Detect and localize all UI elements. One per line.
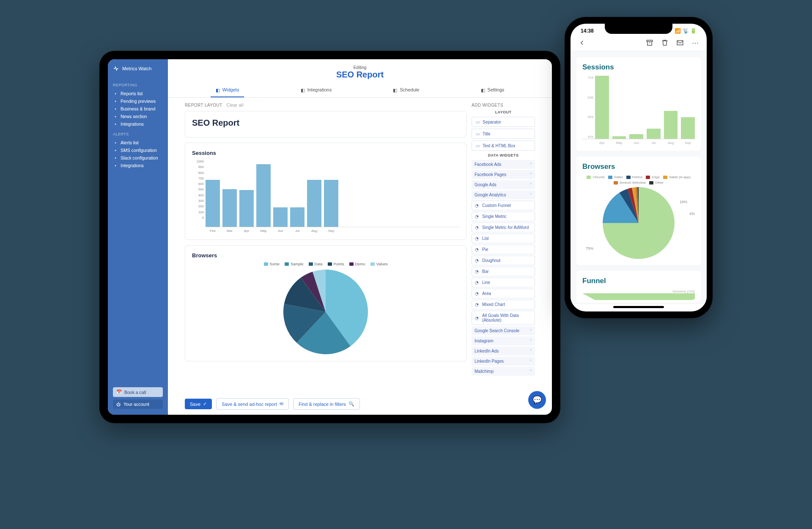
- chevron-down-icon: ˅: [530, 339, 532, 343]
- funnel-shape: [582, 293, 695, 300]
- accordion-facebook-ads[interactable]: Facebook Ads˅: [472, 160, 535, 169]
- doughnut-icon: ◔: [475, 258, 479, 263]
- tab-schedule[interactable]: ◧Schedule: [388, 83, 424, 97]
- widget-option-single-metric-for-adword[interactable]: ◔Single Metric for AdWord: [472, 223, 535, 232]
- widget-text-html-box[interactable]: ▭Text & HTML Box: [472, 141, 535, 151]
- calendar-icon: ◧: [393, 88, 398, 92]
- widget-option-custom-funnel[interactable]: ◔Custom Funnel: [472, 201, 535, 210]
- save-button[interactable]: Save ✓: [185, 399, 212, 409]
- phone-sessions-card: Sessions 719636553470 AprMayJunJulAugSep: [576, 57, 701, 151]
- phone-device: 14:38 📶 📡 🔋 ⋯ Sessions 719636553470 AprM…: [565, 17, 713, 318]
- accordion-linkedin-pages[interactable]: LinkedIn Pages˅: [472, 357, 535, 366]
- sessions-title: Sessions: [192, 150, 459, 156]
- accordion-mailchimp[interactable]: Mailchimp˅: [472, 367, 535, 376]
- sessions-bar-chart: 10009008007006005004003002001000: [192, 160, 459, 227]
- bar: [206, 180, 220, 227]
- widget-option-all-goals-with-data-absolute-[interactable]: ◔All Goals With Data (Absolute): [472, 311, 535, 325]
- trash-icon[interactable]: [661, 39, 669, 47]
- tab-settings[interactable]: ◧Settings: [476, 83, 510, 97]
- home-indicator: [613, 306, 664, 308]
- sidebar-item-sms-configuration[interactable]: •SMS configuration: [113, 146, 163, 154]
- widget-option-mixed-chart[interactable]: ◔Mixed Chart: [472, 300, 535, 309]
- sidebar-item-reports-list[interactable]: •Reports list: [113, 90, 163, 97]
- sidebar-item-news-section[interactable]: •News section: [113, 113, 163, 120]
- widget-title[interactable]: ▭Title: [472, 129, 535, 139]
- text-icon: ▭: [475, 143, 480, 148]
- report-title-card[interactable]: SEO Report: [185, 111, 466, 138]
- chart-icon: ◧: [216, 88, 220, 92]
- type-icon: ▭: [475, 131, 480, 136]
- slack-icon: •: [113, 155, 118, 160]
- widget-option-bar[interactable]: ◔Bar: [472, 267, 535, 276]
- widget-option-area[interactable]: ◔Area: [472, 289, 535, 298]
- tab-integrations[interactable]: ◧Integrations: [296, 83, 337, 97]
- save-adhoc-button[interactable]: Save & send ad-hoc report ✉: [216, 398, 289, 410]
- phone-status-icons: 📶 📡 🔋: [675, 28, 697, 34]
- more-icon[interactable]: ⋯: [691, 39, 699, 47]
- account-button[interactable]: ⏻ Your account: [113, 400, 163, 409]
- browsers-widget[interactable]: Browsers SomeSampleDataPointsDemoValues: [185, 245, 466, 361]
- widget-separator[interactable]: ▭Separator: [472, 117, 535, 127]
- tablet-device: Metrics Watch REPORTING•Reports list•Pen…: [99, 51, 560, 423]
- bar: [222, 189, 237, 227]
- chat-fab[interactable]: 💬: [528, 391, 546, 409]
- power-icon: ⏻: [116, 402, 121, 407]
- back-icon[interactable]: [578, 39, 586, 47]
- accordion-facebook-pages[interactable]: Facebook Pages˅: [472, 170, 535, 179]
- line-icon: ◔: [475, 280, 479, 285]
- accordion-linkedin-ads[interactable]: LinkedIn Ads˅: [472, 347, 535, 355]
- phone-sessions-chart: 719636553470: [582, 76, 695, 139]
- funnel-sessions-label: Sessions (143): [672, 289, 695, 293]
- accordion-google-analytics[interactable]: Google Analytics˄: [472, 190, 535, 199]
- find-replace-button[interactable]: Find & replace in filters 🔍: [293, 398, 360, 410]
- phone-browsers-pie: [603, 187, 675, 259]
- archive-icon[interactable]: [646, 39, 653, 47]
- firefox-pct: 4%: [689, 212, 695, 216]
- chevron-down-icon: ˅: [530, 183, 532, 187]
- layout-group-label: LAYOUT: [472, 110, 535, 114]
- sidebar-item-pending-previews[interactable]: •Pending previews: [113, 97, 163, 105]
- legend-item: Safari (in-app): [663, 175, 691, 179]
- app-name: Metrics Watch: [122, 66, 151, 71]
- widget-option-doughnut[interactable]: ◔Doughnut: [472, 256, 535, 265]
- widget-option-single-metric[interactable]: ◔Single Metric: [472, 212, 535, 221]
- book-call-button[interactable]: 📅 Book a call: [113, 387, 163, 397]
- phone-funnel-card: Funnel Sessions (143): [576, 271, 701, 303]
- chevron-up-icon: ˄: [530, 193, 532, 197]
- account-label: Your account: [123, 402, 149, 407]
- tab-widgets[interactable]: ◧Widgets: [211, 83, 244, 97]
- sessions-widget[interactable]: Sessions 1000900800700600500400300200100…: [185, 143, 466, 240]
- sidebar: Metrics Watch REPORTING•Reports list•Pen…: [108, 59, 168, 415]
- phone-browsers-title: Browsers: [582, 163, 695, 171]
- sidebar-item-label: Slack configuration: [121, 155, 158, 160]
- accordion-instagram[interactable]: Instagram˅: [472, 336, 535, 345]
- legend-item: Edge: [646, 175, 660, 179]
- legend-item: Demo: [349, 262, 365, 266]
- sidebar-item-slack-configuration[interactable]: •Slack configuration: [113, 154, 163, 162]
- clear-all-button[interactable]: Clear all: [227, 103, 244, 107]
- accordion-google-search-console[interactable]: Google Search Console˅: [472, 326, 535, 335]
- sidebar-item-integrations[interactable]: •Integrations: [113, 120, 163, 128]
- list-icon: •: [113, 91, 118, 96]
- widget-option-line[interactable]: ◔Line: [472, 278, 535, 287]
- bar: [290, 207, 304, 227]
- sidebar-item-label: News section: [121, 114, 147, 119]
- chat-icon: 💬: [532, 395, 542, 405]
- sidebar-item-business-brand[interactable]: •Business & brand: [113, 105, 163, 113]
- legend-item: Other: [649, 181, 664, 185]
- accordion-google-ads[interactable]: Google Ads˅: [472, 180, 535, 189]
- widget-option-list[interactable]: ◔List: [472, 234, 535, 243]
- sidebar-item-label: Business & brand: [121, 106, 155, 111]
- chrome-pct: 75%: [586, 246, 593, 251]
- phone-sessions-title: Sessions: [582, 63, 695, 72]
- sidebar-item-integrations[interactable]: •Integrations: [113, 162, 163, 169]
- mail-icon[interactable]: [676, 39, 684, 47]
- widget-option-pie[interactable]: ◔Pie: [472, 245, 535, 254]
- svg-marker-2: [582, 293, 695, 300]
- bar: [664, 111, 678, 139]
- chevron-down-icon: ˅: [530, 173, 532, 177]
- legend-item: Sample: [285, 262, 304, 266]
- sidebar-item-alerts-list[interactable]: •Alerts list: [113, 139, 163, 146]
- tab-label: Schedule: [400, 87, 419, 92]
- report-layout-label: REPORT LAYOUT: [185, 103, 222, 107]
